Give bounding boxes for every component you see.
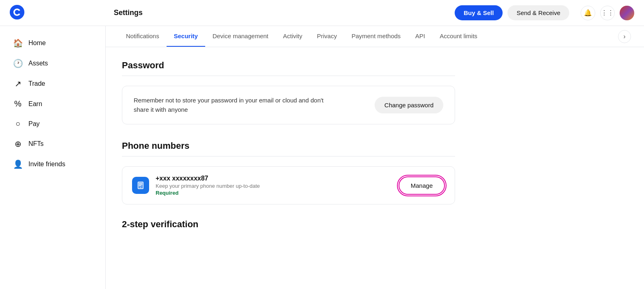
sidebar-label-nfts: NFTs bbox=[28, 140, 43, 148]
sidebar-item-pay[interactable]: ○ Pay bbox=[3, 114, 102, 133]
phone-divider bbox=[122, 156, 455, 156]
assets-icon: 🕐 bbox=[13, 59, 23, 68]
phone-required-label: Required bbox=[156, 190, 260, 196]
manage-button[interactable]: Manage bbox=[399, 176, 445, 195]
page-title: Settings bbox=[114, 9, 143, 17]
tab-security[interactable]: Security bbox=[167, 26, 205, 47]
sidebar-label-invite: Invite friends bbox=[28, 161, 65, 168]
tab-api[interactable]: API bbox=[408, 26, 432, 47]
earn-icon: % bbox=[13, 99, 23, 109]
password-card-text: Remember not to store your password in y… bbox=[134, 96, 329, 114]
tab-notifications[interactable]: Notifications bbox=[119, 26, 167, 47]
sidebar-label-earn: Earn bbox=[28, 100, 42, 108]
sidebar-item-trade[interactable]: ↗ Trade bbox=[3, 74, 102, 93]
svg-point-6 bbox=[140, 187, 141, 188]
svg-rect-5 bbox=[139, 185, 141, 186]
svg-point-0 bbox=[10, 5, 24, 20]
sidebar-label-pay: Pay bbox=[28, 120, 40, 128]
sidebar-item-invite[interactable]: 👤 Invite friends bbox=[3, 154, 102, 174]
password-divider bbox=[122, 76, 455, 76]
sidebar-item-home[interactable]: 🏠 Home bbox=[3, 33, 102, 53]
trade-icon: ↗ bbox=[13, 79, 23, 89]
logo[interactable] bbox=[10, 5, 24, 21]
sidebar-label-trade: Trade bbox=[28, 80, 45, 87]
header: Settings Buy & Sell Send & Receive 🔔 ⋮⋮ bbox=[0, 0, 644, 26]
tab-activity[interactable]: Activity bbox=[275, 26, 310, 47]
send-receive-button[interactable]: Send & Receive bbox=[507, 5, 569, 20]
two-step-title: 2-step verification bbox=[122, 219, 455, 230]
sidebar: 🏠 Home 🕐 Assets ↗ Trade % Earn ○ Pay ⊕ N… bbox=[0, 26, 106, 289]
tab-device-management[interactable]: Device management bbox=[205, 26, 276, 47]
tabs-bar: Notifications Security Device management… bbox=[106, 26, 644, 47]
tab-account-limits[interactable]: Account limits bbox=[432, 26, 485, 47]
security-content: Password Remember not to store your pass… bbox=[106, 47, 471, 248]
invite-icon: 👤 bbox=[13, 159, 23, 169]
phone-subtitle: Keep your primary phone number up-to-dat… bbox=[156, 183, 260, 189]
pay-icon: ○ bbox=[13, 119, 23, 128]
password-section-title: Password bbox=[122, 60, 455, 71]
phone-card: +xxx xxxxxxxx87 Keep your primary phone … bbox=[122, 166, 455, 204]
change-password-button[interactable]: Change password bbox=[375, 97, 443, 113]
sidebar-item-earn[interactable]: % Earn bbox=[3, 94, 102, 113]
notification-bell-icon[interactable]: 🔔 bbox=[581, 6, 595, 20]
sidebar-item-nfts[interactable]: ⊕ NFTs bbox=[3, 134, 102, 154]
svg-rect-4 bbox=[139, 184, 142, 185]
grid-menu-icon[interactable]: ⋮⋮ bbox=[600, 6, 615, 20]
tab-payment-methods[interactable]: Payment methods bbox=[344, 26, 408, 47]
home-icon: 🏠 bbox=[13, 38, 23, 48]
phone-info: +xxx xxxxxxxx87 Keep your primary phone … bbox=[156, 175, 260, 196]
two-step-section: 2-step verification bbox=[122, 219, 455, 230]
nfts-icon: ⊕ bbox=[13, 139, 23, 149]
sidebar-label-assets: Assets bbox=[28, 60, 48, 67]
main-content: Notifications Security Device management… bbox=[106, 26, 644, 289]
phone-section-title: Phone numbers bbox=[122, 141, 455, 151]
header-actions: Buy & Sell Send & Receive 🔔 ⋮⋮ bbox=[455, 5, 634, 20]
tab-privacy[interactable]: Privacy bbox=[310, 26, 344, 47]
sidebar-label-home: Home bbox=[28, 39, 46, 47]
tabs-more-button[interactable]: › bbox=[618, 30, 631, 43]
header-icons: 🔔 ⋮⋮ bbox=[581, 6, 634, 20]
password-card: Remember not to store your password in y… bbox=[122, 86, 455, 124]
sidebar-item-assets[interactable]: 🕐 Assets bbox=[3, 54, 102, 73]
phone-left: +xxx xxxxxxxx87 Keep your primary phone … bbox=[132, 175, 260, 196]
buy-sell-button[interactable]: Buy & Sell bbox=[455, 5, 503, 20]
phone-icon bbox=[132, 177, 149, 194]
main-layout: 🏠 Home 🕐 Assets ↗ Trade % Earn ○ Pay ⊕ N… bbox=[0, 26, 644, 289]
svg-rect-3 bbox=[139, 183, 142, 184]
avatar[interactable] bbox=[620, 6, 634, 20]
phone-number: +xxx xxxxxxxx87 bbox=[156, 175, 260, 182]
